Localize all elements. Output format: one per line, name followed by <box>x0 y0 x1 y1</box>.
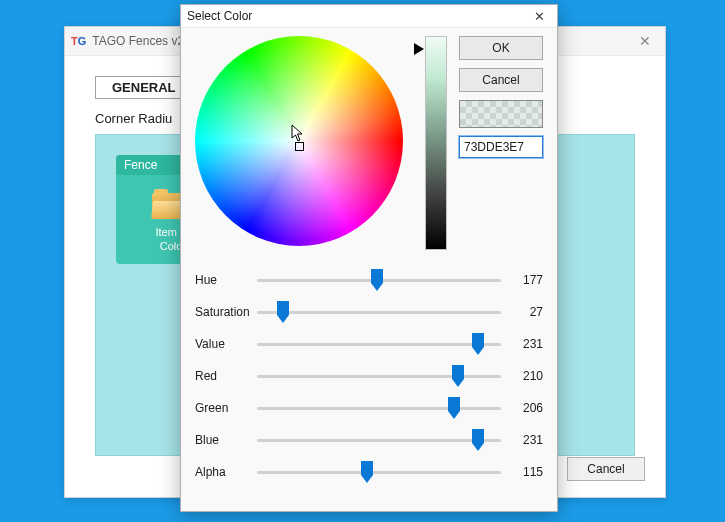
value-pointer-icon <box>414 43 424 55</box>
slider-thumb-icon[interactable] <box>452 365 464 387</box>
slider-label: Blue <box>195 433 257 447</box>
wheel-marker <box>295 142 304 151</box>
slider-label: Green <box>195 401 257 415</box>
sliders: Hue 177 Saturation 27 <box>195 264 543 488</box>
saturation-slider[interactable] <box>257 302 501 322</box>
slider-row-alpha: Alpha 115 <box>195 456 543 488</box>
value-strip[interactable] <box>425 36 447 250</box>
dialog-titlebar: Select Color ✕ <box>181 5 557 28</box>
slider-row-saturation: Saturation 27 <box>195 296 543 328</box>
slider-thumb-icon[interactable] <box>472 333 484 355</box>
select-color-dialog: Select Color ✕ OK Cancel Hue <box>180 4 558 512</box>
dialog-title: Select Color <box>187 9 252 23</box>
slider-label: Saturation <box>195 305 257 319</box>
cancel-button[interactable]: Cancel <box>459 68 543 92</box>
slider-value: 210 <box>501 369 543 383</box>
slider-row-value: Value 231 <box>195 328 543 360</box>
slider-label: Red <box>195 369 257 383</box>
slider-row-hue: Hue 177 <box>195 264 543 296</box>
slider-thumb-icon[interactable] <box>371 269 383 291</box>
color-wheel[interactable] <box>195 36 403 246</box>
slider-value: 231 <box>501 337 543 351</box>
dialog-side-panel: OK Cancel <box>459 36 543 158</box>
slider-thumb-icon[interactable] <box>448 397 460 419</box>
blue-slider[interactable] <box>257 430 501 450</box>
close-icon[interactable]: ✕ <box>521 5 557 27</box>
slider-row-blue: Blue 231 <box>195 424 543 456</box>
slider-label: Hue <box>195 273 257 287</box>
green-slider[interactable] <box>257 398 501 418</box>
red-slider[interactable] <box>257 366 501 386</box>
slider-value: 27 <box>501 305 543 319</box>
close-icon[interactable]: ✕ <box>625 27 665 55</box>
app-logo: TG <box>71 35 86 47</box>
slider-thumb-icon[interactable] <box>472 429 484 451</box>
slider-row-green: Green 206 <box>195 392 543 424</box>
slider-value: 206 <box>501 401 543 415</box>
tab-general[interactable]: GENERAL <box>95 76 193 99</box>
alpha-slider[interactable] <box>257 462 501 482</box>
slider-thumb-icon[interactable] <box>277 301 289 323</box>
slider-thumb-icon[interactable] <box>361 461 373 483</box>
hue-slider[interactable] <box>257 270 501 290</box>
value-slider[interactable] <box>257 334 501 354</box>
slider-label: Alpha <box>195 465 257 479</box>
slider-row-red: Red 210 <box>195 360 543 392</box>
parent-window-title: TAGO Fences v2.5 <box>92 34 194 48</box>
slider-value: 177 <box>501 273 543 287</box>
cursor-icon <box>291 124 307 144</box>
color-swatch <box>459 100 543 128</box>
ok-button[interactable]: OK <box>459 36 543 60</box>
cancel-button[interactable]: Cancel <box>567 457 645 481</box>
slider-value: 115 <box>501 465 543 479</box>
slider-label: Value <box>195 337 257 351</box>
slider-value: 231 <box>501 433 543 447</box>
hex-input[interactable] <box>459 136 543 158</box>
